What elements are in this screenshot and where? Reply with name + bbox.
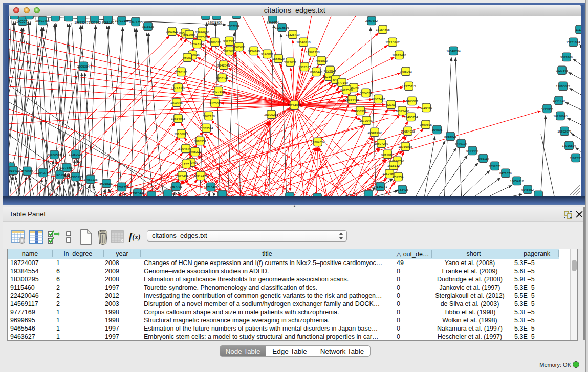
svg-text:3624554: 3624554 xyxy=(360,91,373,95)
svg-text:16543362: 16543362 xyxy=(190,42,204,46)
svg-text:9227343: 9227343 xyxy=(556,69,569,72)
svg-text:62160: 62160 xyxy=(386,103,396,106)
svg-text:98901: 98901 xyxy=(183,56,192,59)
svg-text:9777169: 9777169 xyxy=(336,81,349,84)
svg-text:6479197: 6479197 xyxy=(455,142,468,145)
svg-text:12213967: 12213967 xyxy=(385,40,400,44)
svg-text:19654933: 19654933 xyxy=(171,117,185,120)
svg-text:9146821: 9146821 xyxy=(261,52,274,56)
svg-text:17957225: 17957225 xyxy=(83,178,98,181)
svg-text:8912954: 8912954 xyxy=(183,33,196,36)
svg-text:7485063: 7485063 xyxy=(400,70,412,73)
svg-text:2935114: 2935114 xyxy=(477,157,489,160)
svg-text:16033809: 16033809 xyxy=(208,20,222,24)
svg-text:1244419: 1244419 xyxy=(553,99,565,102)
svg-text:3267130: 3267130 xyxy=(203,114,215,118)
svg-text:9327505: 9327505 xyxy=(223,39,236,43)
svg-text:19166827: 19166827 xyxy=(174,132,188,136)
svg-text:7357224: 7357224 xyxy=(227,24,240,28)
svg-text:9329966: 9329966 xyxy=(560,55,573,59)
svg-text:11353594: 11353594 xyxy=(199,126,213,130)
svg-text:2718126: 2718126 xyxy=(175,70,188,74)
svg-text:12975115: 12975115 xyxy=(402,84,416,88)
svg-text:9245652: 9245652 xyxy=(521,188,534,191)
svg-text:10807487: 10807487 xyxy=(371,97,385,101)
svg-text:9827505: 9827505 xyxy=(195,35,208,39)
svg-text:9498222: 9498222 xyxy=(189,150,202,154)
svg-text:12093822: 12093822 xyxy=(556,84,570,88)
svg-text:10654112: 10654112 xyxy=(510,179,524,183)
svg-text:1156819: 1156819 xyxy=(21,169,33,173)
svg-text:12505135: 12505135 xyxy=(69,175,83,179)
svg-text:10719155: 10719155 xyxy=(115,19,129,23)
svg-text:157: 157 xyxy=(184,162,189,166)
svg-text:14136141: 14136141 xyxy=(373,185,387,188)
svg-text:9474444: 9474444 xyxy=(466,149,479,152)
svg-text:15751074: 15751074 xyxy=(566,40,580,44)
svg-text:1405571: 1405571 xyxy=(16,19,29,23)
svg-text:2005334: 2005334 xyxy=(77,64,90,68)
svg-text:8990448: 8990448 xyxy=(310,70,323,74)
svg-text:12923446: 12923446 xyxy=(130,191,145,195)
svg-text:3215955: 3215955 xyxy=(541,107,554,111)
svg-text:19756928: 19756928 xyxy=(398,145,412,148)
svg-text:1010755: 1010755 xyxy=(170,101,183,104)
svg-text:25300213: 25300213 xyxy=(264,113,278,116)
svg-text:16782759: 16782759 xyxy=(115,185,129,189)
svg-text:1615132: 1615132 xyxy=(387,164,400,167)
svg-text:16210643: 16210643 xyxy=(553,114,568,118)
svg-text:10973493: 10973493 xyxy=(392,53,406,57)
svg-text:15720407: 15720407 xyxy=(359,119,374,122)
svg-text:1362615: 1362615 xyxy=(298,65,311,69)
svg-text:93975887: 93975887 xyxy=(59,166,74,169)
svg-text:20206576: 20206576 xyxy=(47,153,61,157)
svg-text:7663822: 7663822 xyxy=(166,30,179,33)
svg-text:1145194: 1145194 xyxy=(54,173,66,177)
svg-text:2803144: 2803144 xyxy=(216,76,229,80)
svg-text:18807249: 18807249 xyxy=(374,142,388,145)
svg-text:7515526: 7515526 xyxy=(142,25,155,28)
svg-text:10853287: 10853287 xyxy=(74,20,89,24)
svg-text:16914479: 16914479 xyxy=(193,174,208,178)
svg-text:17016504: 17016504 xyxy=(562,144,576,147)
svg-text:7955812: 7955812 xyxy=(315,59,328,62)
svg-text:6966160: 6966160 xyxy=(102,20,115,24)
svg-text:11125: 11125 xyxy=(576,28,581,31)
svg-text:1588520: 1588520 xyxy=(272,57,285,60)
svg-text:10671355: 10671355 xyxy=(128,20,143,24)
svg-text:417006: 417006 xyxy=(210,101,221,105)
svg-text:15716485: 15716485 xyxy=(204,185,218,189)
svg-text:9084067: 9084067 xyxy=(381,152,394,156)
svg-text:18495754: 18495754 xyxy=(404,115,418,119)
svg-text:2667608: 2667608 xyxy=(233,45,246,49)
svg-text:19218506: 19218506 xyxy=(275,26,289,29)
svg-text:9242845: 9242845 xyxy=(217,63,230,67)
svg-text:7632621: 7632621 xyxy=(489,164,502,168)
svg-text:9115460: 9115460 xyxy=(420,106,432,110)
svg-text:17359924: 17359924 xyxy=(69,152,83,156)
svg-text:16961758: 16961758 xyxy=(306,50,320,54)
svg-text:9899695: 9899695 xyxy=(420,123,432,126)
svg-text:8454749: 8454749 xyxy=(248,49,260,53)
svg-text:10958107: 10958107 xyxy=(99,182,114,185)
svg-text:8471676: 8471676 xyxy=(499,171,512,175)
svg-text:1527602: 1527602 xyxy=(89,20,101,24)
svg-text:3915411: 3915411 xyxy=(9,169,19,172)
svg-text:19654923: 19654923 xyxy=(401,129,415,133)
svg-text:8186328: 8186328 xyxy=(209,40,222,44)
svg-text:2087682: 2087682 xyxy=(365,19,378,23)
svg-text:10688609: 10688609 xyxy=(367,130,382,134)
svg-text:12942757: 12942757 xyxy=(36,171,50,174)
svg-text:9463627: 9463627 xyxy=(406,99,419,103)
svg-text:8427552: 8427552 xyxy=(212,90,225,93)
svg-text:12213369: 12213369 xyxy=(171,86,185,90)
svg-text:7625402: 7625402 xyxy=(176,174,189,178)
svg-text:8938923: 8938923 xyxy=(444,135,457,138)
svg-text:16648784: 16648784 xyxy=(446,49,461,53)
svg-text:164095: 164095 xyxy=(432,128,443,132)
svg-text:10025438: 10025438 xyxy=(395,109,409,113)
svg-text:18724007: 18724007 xyxy=(287,103,301,107)
svg-text:20691406: 20691406 xyxy=(35,19,50,23)
svg-text:252254: 252254 xyxy=(393,175,404,179)
svg-text:8813054: 8813054 xyxy=(267,20,279,24)
